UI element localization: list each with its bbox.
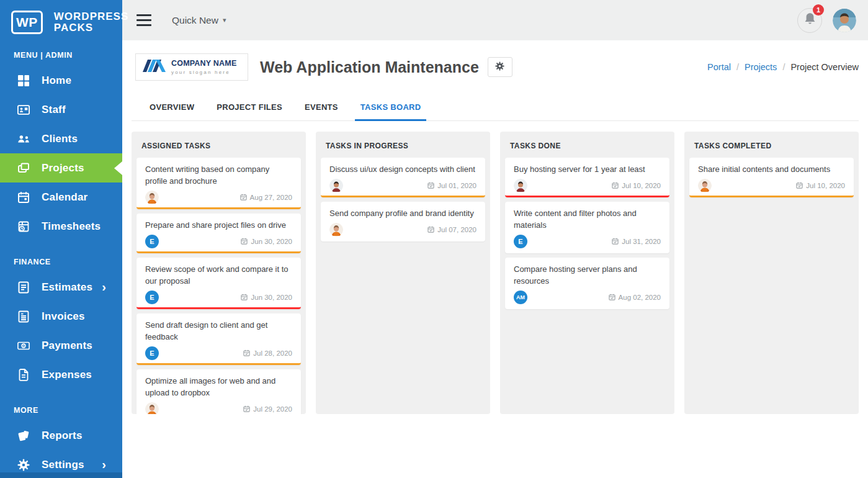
column-title: ASSIGNED TASKS xyxy=(132,132,306,158)
sidebar-item-reports[interactable]: Reports xyxy=(0,421,122,450)
calendar-icon xyxy=(17,191,30,204)
due-date-label: Jul 01, 2020 xyxy=(437,182,477,189)
task-card[interactable]: Share initial contents and documentsJul … xyxy=(689,158,854,197)
company-logo: COMPANY NAME your slogan here xyxy=(135,53,248,81)
sidebar-section-label-finance: FINANCE xyxy=(0,241,122,273)
due-date: Jul 07, 2020 xyxy=(427,226,477,233)
sidebar-item-clients[interactable]: Clients xyxy=(0,124,122,153)
assignee-avatar: E xyxy=(145,346,159,360)
column-tasks-completed: TASKS COMPLETEDShare initial contents an… xyxy=(684,132,859,414)
topbar: Quick New ▾ 1 xyxy=(122,0,868,40)
sidebar-item-payments[interactable]: Payments xyxy=(0,331,122,360)
main-area: Quick New ▾ 1 xyxy=(122,0,868,478)
app-logo[interactable]: WP WORDPRESS PACKS xyxy=(0,0,122,34)
sidebar-item-invoices[interactable]: Invoices xyxy=(0,302,122,331)
task-meta: EJul 31, 2020 xyxy=(514,234,661,248)
sidebar-item-staff[interactable]: Staff xyxy=(0,95,122,124)
tab-project-files[interactable]: PROJECT FILES xyxy=(211,97,288,120)
tab-tasks-board[interactable]: TASKS BOARD xyxy=(355,97,427,120)
sidebar-item-estimates[interactable]: Estimates› xyxy=(0,273,122,302)
due-date: Jul 10, 2020 xyxy=(796,182,845,189)
task-meta: Aug 27, 2020 xyxy=(145,190,292,204)
breadcrumb-projects[interactable]: Projects xyxy=(745,62,777,72)
task-title: Discuss ui/ux design concepts with clien… xyxy=(329,163,477,175)
company-name: COMPANY NAME xyxy=(171,59,236,68)
due-date-label: Jul 07, 2020 xyxy=(437,226,477,233)
task-card[interactable]: Send company profile and brand identityJ… xyxy=(321,202,485,241)
due-date-label: Jul 28, 2020 xyxy=(253,349,292,357)
due-date: Aug 02, 2020 xyxy=(609,294,661,301)
app-window: WP WORDPRESS PACKS MENU | ADMINHomeStaff… xyxy=(0,0,868,478)
calendar-icon xyxy=(427,182,434,189)
task-title: Send draft design to client and get feed… xyxy=(145,319,292,343)
due-date: Jun 30, 2020 xyxy=(241,238,292,245)
due-date: Jun 30, 2020 xyxy=(241,294,292,301)
estimate-icon xyxy=(17,281,30,294)
task-card[interactable]: Optimize all images for web and and uplo… xyxy=(136,369,301,414)
chevron-right-icon: › xyxy=(102,458,106,470)
folders-icon xyxy=(17,162,30,174)
company-text: COMPANY NAME your slogan here xyxy=(171,59,236,75)
sidebar-item-label: Staff xyxy=(42,104,66,116)
due-date-label: Jun 30, 2020 xyxy=(251,238,292,245)
task-meta: Jul 29, 2020 xyxy=(145,402,292,414)
task-title: Content writing based on company profile… xyxy=(145,163,292,187)
task-card[interactable]: Prepare and share project files on drive… xyxy=(136,214,301,253)
assignee-avatar xyxy=(329,179,343,192)
timesheet-icon xyxy=(17,220,30,233)
column-tasks-done: TASKS DONEBuy hosting server for 1 year … xyxy=(500,132,674,414)
task-card[interactable]: Review scope of work and compare it to o… xyxy=(136,258,301,309)
task-card[interactable]: Write content and filter photos and mate… xyxy=(505,202,669,253)
reports-icon xyxy=(17,430,30,442)
tab-events[interactable]: EVENTS xyxy=(299,97,344,120)
task-card[interactable]: Send draft design to client and get feed… xyxy=(136,313,301,365)
due-date-label: Aug 02, 2020 xyxy=(619,294,661,301)
task-title: Share initial contents and documents xyxy=(698,163,845,175)
task-card[interactable]: Content writing based on company profile… xyxy=(136,158,301,209)
wp-logo-badge: WP xyxy=(11,11,43,34)
task-card[interactable]: Compare hosting server plans and resourc… xyxy=(505,258,669,309)
sidebar-item-expenses[interactable]: Expenses xyxy=(0,360,122,389)
due-date-label: Jun 30, 2020 xyxy=(251,294,292,301)
due-date: Jul 29, 2020 xyxy=(243,405,292,413)
tab-overview[interactable]: OVERVIEW xyxy=(144,97,200,120)
column-tasks-in-progress: TASKS IN PROGRESSDiscuss ui/ux design co… xyxy=(316,132,490,414)
tasks-board: ASSIGNED TASKSContent writing based on c… xyxy=(132,132,859,414)
assignee-avatar: E xyxy=(145,291,159,304)
column-title: TASKS IN PROGRESS xyxy=(316,132,490,158)
logo-wordmark: WORDPRESS PACKS xyxy=(54,11,128,34)
task-card[interactable]: Discuss ui/ux design concepts with clien… xyxy=(321,158,485,197)
quick-new-dropdown[interactable]: Quick New ▾ xyxy=(172,15,226,26)
sidebar-item-label: Projects xyxy=(42,162,84,174)
task-card[interactable]: Buy hosting server for 1 year at leastJu… xyxy=(505,158,669,197)
sidebar-item-home[interactable]: Home xyxy=(0,66,122,95)
id-card-icon xyxy=(17,104,30,116)
due-date-label: Aug 27, 2020 xyxy=(250,194,292,201)
calendar-icon xyxy=(243,349,250,356)
breadcrumb-portal[interactable]: Portal xyxy=(707,62,731,72)
assignee-avatar: E xyxy=(514,235,527,248)
assignee-avatar xyxy=(145,402,159,415)
user-avatar[interactable] xyxy=(833,9,856,32)
calendar-icon xyxy=(612,182,619,189)
gear-icon xyxy=(17,459,30,471)
bell-icon xyxy=(804,12,816,28)
project-settings-button[interactable] xyxy=(488,57,512,77)
sidebar-item-label: Expenses xyxy=(42,369,92,381)
due-date: Jul 01, 2020 xyxy=(427,182,477,189)
notifications-button[interactable]: 1 xyxy=(797,8,822,33)
sidebar-item-timesheets[interactable]: Timesheets xyxy=(0,212,122,241)
sidebar-nav: MENU | ADMINHomeStaffClientsProjectsCale… xyxy=(0,34,122,478)
task-meta: Jul 10, 2020 xyxy=(698,178,845,192)
due-date: Aug 27, 2020 xyxy=(240,194,292,201)
task-title: Optimize all images for web and and uplo… xyxy=(145,375,292,399)
sidebar-item-projects[interactable]: Projects xyxy=(0,153,122,183)
task-meta: EJun 30, 2020 xyxy=(145,234,292,248)
task-title: Send company profile and brand identity xyxy=(329,207,477,219)
breadcrumb-project-overview: Project Overview xyxy=(790,62,859,72)
sidebar-item-calendar[interactable]: Calendar xyxy=(0,183,122,212)
due-date: Jul 28, 2020 xyxy=(243,349,292,357)
hamburger-menu-icon[interactable] xyxy=(136,14,151,26)
grid-icon xyxy=(17,74,30,87)
chevron-right-icon: › xyxy=(102,280,106,292)
